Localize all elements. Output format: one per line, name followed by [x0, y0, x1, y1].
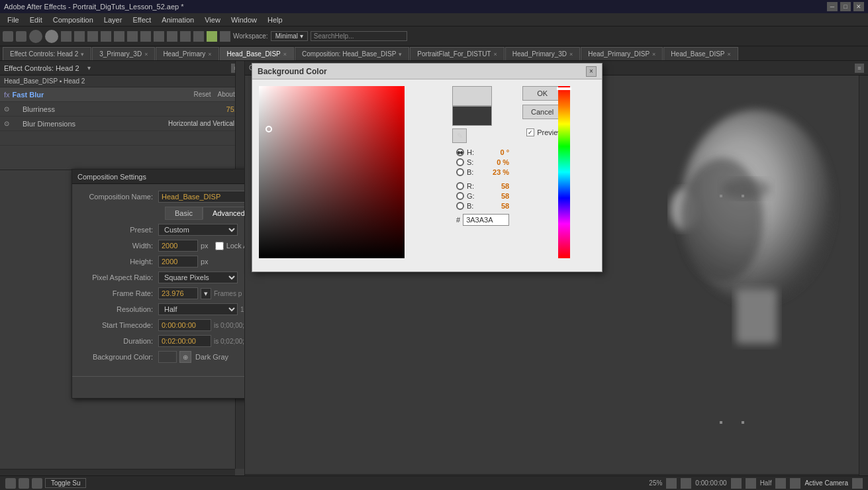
blur-dim-stopwatch[interactable]: ⊙	[4, 120, 9, 127]
tab-head-primary-3d-close[interactable]: ×	[569, 51, 573, 58]
comp-height-input[interactable]	[158, 256, 198, 268]
status-fit-icon[interactable]	[666, 478, 677, 489]
status-playback-icon[interactable]	[731, 478, 742, 489]
bg-ok-button[interactable]: OK	[522, 86, 562, 101]
tab-effect-controls-close[interactable]: ▾	[81, 51, 84, 58]
comp-duration-input[interactable]	[158, 335, 211, 347]
bg-cancel-button[interactable]: Cancel	[522, 105, 562, 119]
red-radio[interactable]	[456, 182, 464, 190]
toolbar-icon-7[interactable]	[87, 31, 98, 42]
hue-radio[interactable]	[456, 148, 464, 156]
eyedropper-button[interactable]: ✎	[452, 128, 467, 143]
workspace-dropdown[interactable]: Minimal ▾	[271, 31, 308, 41]
comp-resolution-dropdown[interactable]: Half	[158, 303, 238, 315]
toolbar-icon-17[interactable]	[220, 31, 230, 42]
hex-input[interactable]	[463, 214, 509, 226]
gradient-square[interactable]	[259, 86, 405, 258]
viewport-scrollbar-v[interactable]	[859, 75, 868, 483]
menu-help[interactable]: Help	[263, 15, 287, 25]
tab-head-base-disp[interactable]: Head_Base_DISP ×	[220, 47, 294, 60]
menu-effect[interactable]: Effect	[128, 15, 156, 25]
comp-pixel-aspect-dropdown[interactable]: Square Pixels	[158, 271, 238, 283]
menu-animation[interactable]: Animation	[157, 15, 199, 25]
hue-value[interactable]: 0 °	[501, 148, 510, 156]
bg-color-close-button[interactable]: ×	[586, 66, 597, 77]
hue-slider[interactable]	[558, 86, 570, 258]
active-camera-label[interactable]: Active Camera	[804, 479, 848, 487]
toolbar-icon-5[interactable]	[61, 31, 72, 42]
toolbar-icon-16[interactable]	[207, 31, 217, 42]
status-icon-2[interactable]	[19, 478, 29, 489]
lock-aspect-checkbox[interactable]	[215, 242, 224, 250]
comp-bg-color-swatch[interactable]	[158, 351, 177, 363]
toolbar-icon-9[interactable]	[114, 31, 124, 42]
tab-composition-head-base-disp[interactable]: Composition: Head_Base_DISP ▾	[295, 47, 409, 60]
viewport-menu-icon[interactable]: ≡	[855, 64, 864, 73]
comp-tab-advanced[interactable]: Advanced	[203, 207, 245, 220]
comp-preset-dropdown[interactable]: Custom	[158, 224, 238, 236]
tab-3-primary-3d-close[interactable]: ×	[144, 51, 148, 58]
toolbar-icon-10[interactable]	[127, 31, 138, 42]
sat-radio[interactable]	[456, 158, 464, 166]
bg-preview-checkbox[interactable]: ✓	[526, 128, 534, 136]
status-camera-icon[interactable]	[852, 478, 863, 489]
status-3d-icon[interactable]	[790, 478, 800, 489]
comp-bg-color-eyedropper[interactable]: ⊕	[179, 351, 191, 363]
tab-head-base-disp2[interactable]: Head_Base_DISP ×	[663, 47, 738, 60]
comp-width-input[interactable]	[158, 240, 198, 252]
tab-effect-controls[interactable]: Effect Controls: Head 2 ▾	[3, 47, 91, 60]
menu-window[interactable]: Window	[226, 15, 262, 25]
maximize-button[interactable]: □	[840, 2, 851, 11]
toolbar-icon-4[interactable]	[45, 30, 58, 43]
gradient-square-container[interactable]	[259, 86, 405, 258]
toolbar-icon-12[interactable]	[154, 31, 164, 42]
blue-radio[interactable]	[456, 202, 464, 210]
timecode-display[interactable]: 0:00:00:00	[695, 479, 726, 487]
status-frame-icon[interactable]	[681, 478, 691, 489]
status-audio-icon[interactable]	[746, 478, 756, 489]
toolbar-icon-15[interactable]	[193, 31, 204, 42]
close-button[interactable]: ✕	[853, 2, 864, 11]
blurriness-stopwatch[interactable]: ⊙	[4, 105, 9, 113]
toolbar-icon-1[interactable]	[3, 31, 13, 42]
toolbar-icon-14[interactable]	[180, 31, 191, 42]
tab-head-primary[interactable]: Head_Primary ×	[156, 47, 218, 60]
blur-dimensions-value[interactable]: Horizontal and Vertical	[168, 120, 234, 127]
tab-composition-head-base-disp-close[interactable]: ▾	[399, 51, 402, 58]
toolbar-icon-6[interactable]	[74, 31, 85, 42]
menu-edit[interactable]: Edit	[25, 15, 47, 25]
zoom-level[interactable]: 25%	[649, 479, 662, 487]
toolbar-icon-11[interactable]	[140, 31, 151, 42]
status-icon-1[interactable]	[5, 478, 16, 489]
search-input[interactable]: SearchHelp...	[311, 31, 408, 41]
toolbar-icon-3[interactable]	[29, 30, 42, 43]
toolbar-icon-8[interactable]	[101, 31, 111, 42]
quality-display[interactable]: Half	[760, 479, 772, 487]
comp-start-timecode-input[interactable]	[158, 319, 211, 331]
effect-enabled-checkbox[interactable]: fx	[4, 91, 10, 99]
reset-button[interactable]: Reset	[193, 91, 211, 98]
minimize-button[interactable]: ─	[827, 2, 838, 11]
tab-portraitflat[interactable]: PortraitFlat_For_DISTUT ×	[410, 47, 504, 60]
frame-rate-dropdown[interactable]: ▾	[201, 288, 211, 299]
comp-name-input[interactable]	[158, 191, 245, 203]
status-quality-icon[interactable]	[775, 478, 786, 489]
toolbar-icon-13[interactable]	[167, 31, 177, 42]
blue-value[interactable]: 58	[501, 202, 509, 210]
tab-head-primary-disp-close[interactable]: ×	[652, 51, 655, 58]
tab-head-primary-3d[interactable]: Head_Primary_3D ×	[505, 47, 581, 60]
bright-radio[interactable]	[456, 168, 464, 176]
toolbar-icon-2[interactable]	[16, 31, 26, 42]
green-radio[interactable]	[456, 192, 464, 200]
tab-portraitflat-close[interactable]: ×	[493, 51, 497, 58]
red-value[interactable]: 58	[501, 182, 509, 190]
tab-head-primary-disp[interactable]: Head_Primary_DISP ×	[581, 47, 663, 60]
comp-frame-rate-input[interactable]	[158, 287, 198, 299]
menu-file[interactable]: File	[3, 15, 24, 25]
status-icon-3[interactable]	[32, 478, 42, 489]
toggle-button[interactable]: Toggle Su	[45, 478, 86, 488]
menu-layer[interactable]: Layer	[99, 15, 127, 25]
bright-value[interactable]: 23 %	[493, 168, 509, 176]
tab-head-primary-close[interactable]: ×	[208, 51, 211, 58]
menu-composition[interactable]: Composition	[48, 15, 98, 25]
